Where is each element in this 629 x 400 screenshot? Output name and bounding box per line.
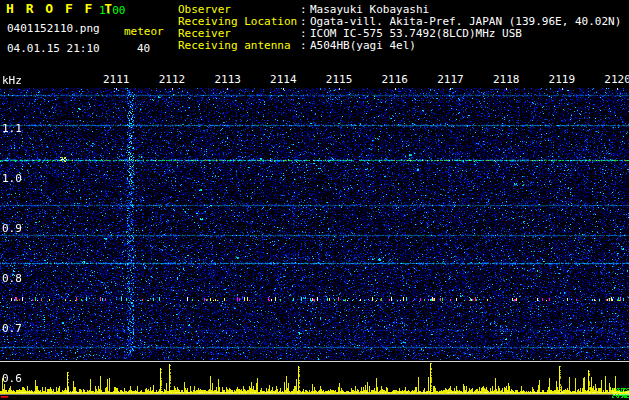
- info-value-antenna: A504HB(yagi 4el): [310, 40, 416, 52]
- info-label-antenna: Receiving antenna: [178, 40, 300, 52]
- output-filename: 0401152110.png: [7, 23, 100, 35]
- time-tick-label: 2117: [437, 74, 464, 86]
- time-tick-label: 2115: [326, 74, 353, 86]
- time-tick-label: 2111: [103, 74, 130, 86]
- mode-label: meteor: [124, 26, 164, 38]
- app-version: 1.00: [99, 5, 126, 17]
- time-tick-label: 2112: [159, 74, 186, 86]
- info-separator: :: [300, 40, 310, 52]
- time-tick-label: 2116: [382, 74, 409, 86]
- time-tick-label: 2119: [549, 74, 576, 86]
- info-row-antenna: Receiving antenna : A504HB(yagi 4el): [178, 40, 416, 52]
- time-axis: 2111211221132114211521162117211821192120: [0, 72, 629, 88]
- count-value: 40: [137, 43, 150, 55]
- app-title: H R O F F T: [6, 3, 114, 15]
- time-tick-label: 2113: [214, 74, 241, 86]
- spectrogram-canvas: [0, 88, 629, 400]
- hrofft-window: H R O F F T 1.00 0401152110.png meteor 0…: [0, 0, 629, 400]
- timestamp: 04.01.15 21:10: [7, 43, 100, 55]
- time-tick-label: 2120: [604, 74, 629, 86]
- time-tick-label: 2114: [270, 74, 297, 86]
- time-tick-label: 2118: [493, 74, 520, 86]
